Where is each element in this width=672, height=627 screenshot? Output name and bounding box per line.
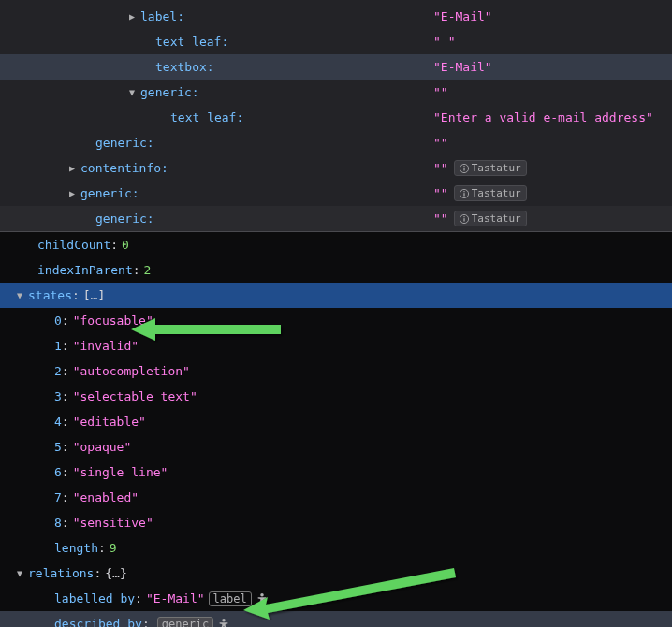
info-icon [460, 214, 469, 224]
keyboard-badge[interactable]: Tastatur [454, 160, 527, 176]
tree-value: "" [433, 161, 448, 175]
state-row[interactable]: 0:"focusable" [0, 308, 672, 333]
expand-icon[interactable]: ▶ [127, 11, 137, 22]
svg-rect-5 [463, 191, 464, 192]
tree-row[interactable]: ▶contentinfo:""Tastatur [0, 155, 672, 181]
collapse-icon[interactable]: ▼ [127, 87, 137, 97]
tree-row[interactable]: textbox:"E-Mail" [0, 54, 672, 80]
relations-header[interactable]: ▼ relations: {…} [0, 561, 672, 586]
state-index: 4 [54, 415, 62, 429]
state-index: 1 [54, 339, 62, 353]
accessibility-icon[interactable] [256, 592, 269, 605]
prop-key: length [54, 541, 98, 555]
svg-rect-4 [463, 193, 464, 196]
svg-rect-1 [463, 168, 464, 170]
prop-value: 9 [110, 541, 117, 555]
tree-value: "" [433, 85, 448, 99]
relation-chip[interactable]: generic [157, 617, 214, 628]
prop-value: 0 [122, 238, 129, 252]
info-icon [460, 189, 469, 198]
state-value: "invalid" [73, 339, 139, 353]
relation-row[interactable]: described by: generic [0, 611, 672, 627]
prop-key: relations [28, 566, 94, 580]
state-row[interactable]: 2:"autocompletion" [0, 358, 672, 384]
relation-chip[interactable]: label [209, 591, 252, 606]
state-value: "editable" [73, 415, 146, 429]
tree-role: contentinfo [80, 161, 161, 175]
state-row[interactable]: 6:"single line" [0, 459, 672, 485]
tree-value: "" [433, 136, 448, 150]
svg-rect-7 [463, 218, 464, 221]
state-value: "single line" [73, 465, 168, 479]
expand-icon[interactable]: ▶ [67, 188, 77, 198]
properties-panel: childCount: 0 indexInParent: 2 ▼ states:… [0, 232, 672, 627]
tree-row[interactable]: ▶label:"E-Mail" [0, 4, 672, 29]
state-index: 3 [54, 389, 62, 403]
svg-rect-2 [463, 166, 464, 167]
tree-role: generic [95, 211, 147, 226]
tree-value: "E-Mail" [433, 9, 492, 23]
tree-row[interactable]: text leaf:" " [0, 29, 672, 54]
tree-value: "" [433, 211, 448, 226]
state-row[interactable]: 1:"invalid" [0, 333, 672, 358]
svg-point-9 [260, 592, 264, 596]
state-row[interactable]: 7:"enabled" [0, 485, 672, 510]
state-index: 8 [54, 516, 62, 530]
state-value: "opaque" [73, 440, 132, 454]
tree-value: "Enter a valid e-mail address" [433, 110, 653, 124]
state-index: 7 [54, 490, 62, 504]
state-index: 5 [54, 440, 62, 454]
tree-value: " " [433, 35, 455, 49]
state-value: "enabled" [73, 490, 139, 504]
tree-role: text leaf [155, 35, 221, 49]
keyboard-badge[interactable]: Tastatur [454, 185, 527, 201]
state-row[interactable]: 5:"opaque" [0, 434, 672, 459]
state-row[interactable]: 4:"editable" [0, 409, 672, 434]
tree-role: label [140, 9, 177, 23]
relation-key: labelled by [54, 591, 135, 605]
tree-value: "" [433, 186, 448, 200]
relation-row[interactable]: labelled by: "E-Mail" label [0, 586, 672, 611]
tree-row[interactable]: generic:""Tastatur [0, 206, 672, 231]
property-row[interactable]: length: 9 [0, 535, 672, 561]
expand-icon[interactable]: ▶ [67, 163, 77, 173]
states-header[interactable]: ▼ states: […] [0, 283, 672, 308]
tree-row[interactable]: text leaf:"Enter a valid e-mail address" [0, 105, 672, 130]
state-value: "selectable text" [73, 389, 197, 403]
relation-key: described by [54, 617, 142, 627]
svg-point-10 [223, 618, 226, 621]
tree-value: "E-Mail" [433, 60, 492, 74]
accessibility-tree-panel: ▶label:"E-Mail"text leaf:" "textbox:"E-M… [0, 0, 672, 231]
tree-row[interactable]: generic:"" [0, 130, 672, 155]
state-value: "autocompletion" [73, 364, 190, 378]
state-row[interactable]: 3:"selectable text" [0, 384, 672, 409]
property-row[interactable]: indexInParent: 2 [0, 257, 672, 283]
state-index: 0 [54, 314, 62, 328]
tree-row[interactable]: ▼generic:"" [0, 80, 672, 105]
brace-preview: {…} [105, 566, 126, 580]
prop-key: childCount [37, 238, 110, 252]
info-icon [460, 164, 469, 173]
bracket-preview: […] [83, 288, 105, 302]
accessibility-icon[interactable] [217, 618, 230, 628]
tree-row[interactable]: ▶generic:""Tastatur [0, 181, 672, 206]
prop-value: 2 [144, 263, 152, 277]
tree-role: text leaf [170, 110, 236, 124]
tree-role: generic [140, 85, 192, 99]
collapse-icon[interactable]: ▼ [15, 568, 24, 578]
tree-role: generic [80, 186, 132, 200]
keyboard-badge[interactable]: Tastatur [454, 211, 527, 226]
state-index: 6 [54, 465, 62, 479]
state-index: 2 [54, 364, 62, 378]
prop-key: states [28, 288, 72, 302]
relation-value: "E-Mail" [146, 591, 205, 605]
collapse-icon[interactable]: ▼ [15, 290, 24, 300]
state-value: "sensitive" [73, 516, 153, 530]
state-row[interactable]: 8:"sensitive" [0, 510, 672, 535]
tree-role: generic [95, 136, 147, 150]
property-row[interactable]: childCount: 0 [0, 232, 672, 257]
tree-role: textbox [155, 60, 207, 74]
prop-key: indexInParent [37, 263, 133, 277]
state-value: "focusable" [73, 314, 153, 328]
svg-rect-8 [463, 216, 464, 217]
